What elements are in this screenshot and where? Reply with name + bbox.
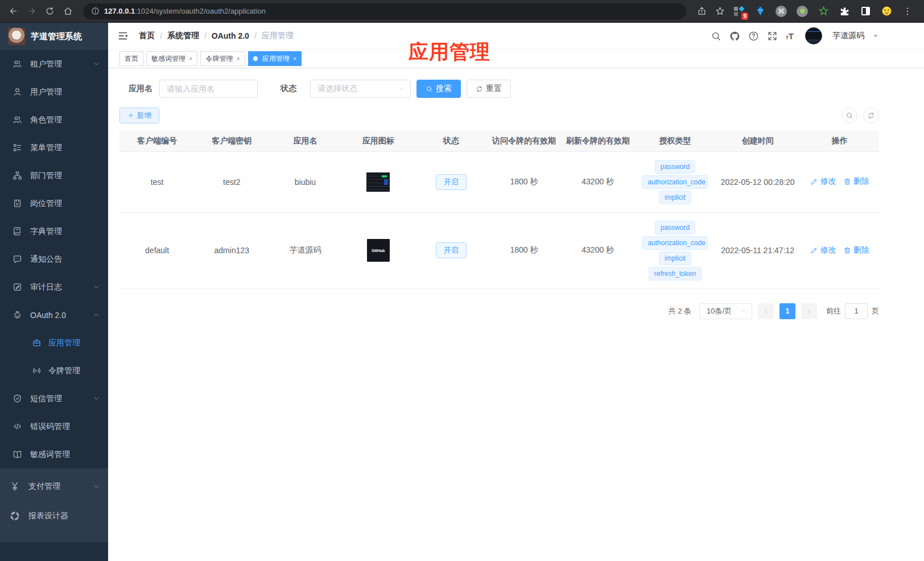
sidebar-item-sms[interactable]: 短信管理 bbox=[0, 385, 108, 412]
app-logo[interactable]: 芋道管理系统 bbox=[0, 23, 108, 50]
extension-badge: 9 bbox=[741, 13, 748, 20]
tenant-users-icon bbox=[13, 59, 22, 69]
sidebar-item-user[interactable]: 用户管理 bbox=[0, 78, 108, 106]
sidebar-item-pay[interactable]: 支付管理 bbox=[0, 472, 108, 501]
sidebar-menu: 租户管理 用户管理 角色管理 菜单管理 部门管理 岗位管理 字典管理 通知公告 … bbox=[0, 50, 108, 561]
current-page-button[interactable]: 1 bbox=[779, 303, 795, 319]
sidebar-item-role[interactable]: 角色管理 bbox=[0, 106, 108, 134]
prev-page-button[interactable] bbox=[758, 303, 774, 319]
profile-emoji-icon[interactable] bbox=[880, 5, 893, 18]
refresh-table-button[interactable] bbox=[863, 108, 879, 123]
search-icon[interactable] bbox=[711, 31, 721, 42]
close-icon[interactable]: × bbox=[293, 56, 296, 62]
tab-敏感词管理[interactable]: 敏感词管理× bbox=[146, 51, 197, 66]
tab-应用管理[interactable]: 应用管理× bbox=[248, 51, 302, 66]
share-icon[interactable] bbox=[694, 4, 709, 19]
column-header: 访问令牌的有效期 bbox=[488, 131, 560, 151]
dark-mode-half-square-icon[interactable] bbox=[859, 5, 872, 18]
status-label: 状态 bbox=[280, 84, 296, 94]
site-info-icon[interactable] bbox=[91, 7, 100, 15]
next-page-button[interactable] bbox=[801, 303, 817, 319]
reset-button[interactable]: 重置 bbox=[467, 80, 511, 98]
dict-icon bbox=[13, 226, 22, 236]
sidebar-item-sensitive[interactable]: 敏感词管理 bbox=[0, 440, 108, 468]
extensions-row: 9 ⌘ ⋮ bbox=[733, 5, 914, 18]
breadcrumb-item[interactable]: 首页 bbox=[139, 31, 155, 41]
sidebar-item-report[interactable]: 报表设计器 bbox=[0, 501, 108, 531]
report-circle-icon bbox=[9, 510, 20, 522]
sidebar-item-notice[interactable]: 通知公告 bbox=[0, 245, 108, 273]
back-icon[interactable] bbox=[6, 4, 20, 19]
extensions-puzzle-icon[interactable] bbox=[838, 5, 851, 18]
close-icon[interactable]: × bbox=[189, 56, 192, 62]
extension-star-icon[interactable] bbox=[817, 5, 830, 18]
column-header: 授权类型 bbox=[635, 131, 715, 151]
sidebar-collapse-icon[interactable] bbox=[117, 30, 129, 42]
sidebar-item-post[interactable]: 岗位管理 bbox=[0, 189, 108, 217]
sidebar-item-errcode[interactable]: 错误码管理 bbox=[0, 412, 108, 440]
sidebar-item-dept[interactable]: 部门管理 bbox=[0, 162, 108, 189]
chevron-up-icon bbox=[93, 311, 100, 319]
breadcrumb-item[interactable]: OAuth 2.0 bbox=[212, 31, 249, 40]
refresh-icon bbox=[867, 112, 875, 119]
sidebar-bottom-section: 支付管理 报表设计器 bbox=[0, 468, 108, 542]
browser-menu-icon[interactable]: ⋮ bbox=[901, 5, 914, 18]
home-icon[interactable] bbox=[60, 4, 75, 19]
status-badge[interactable]: 开启 bbox=[436, 242, 467, 258]
post-icon bbox=[13, 199, 22, 208]
tab-首页[interactable]: 首页 bbox=[119, 51, 143, 66]
chevron-right-icon bbox=[806, 308, 812, 315]
app-name-input[interactable] bbox=[159, 80, 258, 98]
grant-type-tag: password bbox=[655, 160, 695, 174]
sidebar-item-tenant[interactable]: 租户管理 bbox=[0, 50, 108, 78]
chevron-down-icon bbox=[93, 483, 100, 490]
sidebar-item-dict[interactable]: 字典管理 bbox=[0, 217, 108, 245]
address-bar[interactable]: 127.0.0.1:1024/system/oauth2/oauth2/appl… bbox=[83, 3, 686, 19]
grant-type-tag: authorization_code bbox=[642, 175, 708, 189]
font-size-icon[interactable]: тT bbox=[786, 32, 794, 40]
search-icon bbox=[845, 112, 853, 119]
chevron-down-icon bbox=[93, 60, 100, 68]
show-search-toggle-button[interactable] bbox=[842, 108, 857, 123]
bookmark-star-icon[interactable] bbox=[712, 4, 727, 19]
sidebar-item-oauth2[interactable]: OAuth 2.0 bbox=[0, 301, 108, 329]
extension-blocks-icon[interactable]: 9 bbox=[733, 5, 745, 18]
audit-log-icon bbox=[13, 282, 22, 292]
extension-record-icon[interactable] bbox=[796, 5, 808, 18]
chevron-down-icon bbox=[93, 395, 100, 402]
fullscreen-icon[interactable] bbox=[767, 31, 778, 42]
chevron-down-icon bbox=[741, 308, 747, 314]
top-header: 首页/系统管理/OAuth 2.0/应用管理 тT 芋道源码 bbox=[108, 23, 924, 50]
sidebar-item-oauth2-token[interactable]: 令牌管理 bbox=[0, 357, 108, 385]
edit-link[interactable]: 修改 bbox=[810, 245, 836, 255]
github-icon[interactable] bbox=[729, 31, 740, 42]
forward-icon[interactable] bbox=[24, 4, 39, 19]
sidebar: 芋道管理系统 租户管理 用户管理 角色管理 菜单管理 部门管理 岗位管理 字典管… bbox=[0, 23, 108, 561]
close-icon[interactable]: × bbox=[236, 56, 240, 62]
reload-icon[interactable] bbox=[42, 4, 57, 19]
sidebar-item-audit[interactable]: 审计日志 bbox=[0, 273, 108, 301]
delete-link[interactable]: 删除 bbox=[843, 245, 869, 255]
user-avatar[interactable] bbox=[805, 27, 822, 44]
extension-gem-icon[interactable] bbox=[754, 5, 766, 18]
add-button[interactable]: 新增 bbox=[119, 108, 159, 123]
username[interactable]: 芋道源码 bbox=[832, 31, 864, 41]
dark-github-logo: GitHub bbox=[367, 239, 390, 262]
help-icon[interactable] bbox=[748, 31, 759, 42]
tab-令牌管理[interactable]: 令牌管理× bbox=[200, 51, 245, 66]
extension-command-icon[interactable]: ⌘ bbox=[775, 5, 787, 18]
delete-link[interactable]: 删除 bbox=[843, 176, 869, 187]
page-size-select[interactable]: 10条/页 bbox=[699, 303, 752, 319]
tags-view-bar: 首页敏感词管理×令牌管理×应用管理× bbox=[108, 50, 924, 68]
goto-page-input[interactable] bbox=[845, 303, 868, 319]
sidebar-item-oauth2-app[interactable]: 应用管理 bbox=[0, 329, 108, 357]
status-badge[interactable]: 开启 bbox=[436, 174, 467, 190]
edit-icon bbox=[810, 246, 818, 254]
sidebar-item-menu[interactable]: 菜单管理 bbox=[0, 134, 108, 162]
dept-icon bbox=[13, 171, 22, 180]
status-select[interactable]: 请选择状态 bbox=[310, 80, 411, 98]
search-button[interactable]: 搜索 bbox=[416, 80, 461, 98]
breadcrumb-item[interactable]: 系统管理 bbox=[167, 31, 199, 41]
edit-link[interactable]: 修改 bbox=[810, 176, 836, 187]
user-caret-down-icon[interactable] bbox=[872, 32, 879, 39]
